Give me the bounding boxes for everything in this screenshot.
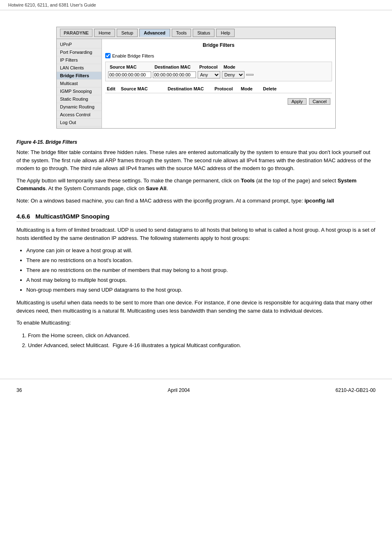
nav-advanced[interactable]: Advanced: [139, 29, 170, 37]
list-item: Anyone can join or leave a host group at…: [26, 246, 376, 255]
page-header: Hotwire 6210, 6211, and 6381 User's Guid…: [0, 0, 392, 10]
filter-table-header: Edit Source MAC Destination MAC Protocol…: [105, 85, 332, 93]
sidebar-item-port-forwarding[interactable]: Port Forwarding: [57, 48, 101, 56]
sidebar-item-lan-clients[interactable]: LAN Clients: [57, 64, 101, 72]
section-heading: 4.6.6 Multicast/IGMP Snooping: [16, 213, 376, 222]
router-ui: PARADYNE Home Setup Advanced Tools Statu…: [56, 27, 336, 129]
protocol-select[interactable]: Any: [198, 71, 220, 78]
nav-setup[interactable]: Setup: [117, 29, 138, 37]
list-item: Under Advanced, select Muliticast. Figur…: [28, 341, 376, 350]
enable-bridge-filters-row: Enable Bridge Filters: [105, 53, 332, 58]
sidebar-item-ip-filters[interactable]: IP Filters: [57, 56, 101, 64]
enable-bridge-filters-checkbox[interactable]: [105, 53, 111, 58]
breadcrumb: Hotwire 6210, 6211, and 6381 User's Guid…: [8, 2, 96, 7]
router-ui-wrapper: PARADYNE Home Setup Advanced Tools Statu…: [16, 23, 376, 133]
body-paragraph-1: Note: The bridge filter table contains t…: [16, 148, 376, 173]
nav-help[interactable]: Help: [216, 29, 235, 37]
numbered-list: From the Home screen, click on Advanced.…: [28, 331, 376, 350]
sidebar-item-igmp-snooping[interactable]: IGMP Snooping: [57, 88, 101, 95]
sidebar: UPnP Port Forwarding IP Filters LAN Clie…: [57, 39, 102, 128]
add-form-headers: Source MAC Destination MAC Protocol Mode: [108, 64, 329, 69]
th-dest-mac: Destination MAC: [168, 86, 213, 91]
apply-button[interactable]: Apply: [288, 98, 307, 105]
section-title: Multicast/IGMP Snooping: [35, 213, 110, 220]
add-form: Source MAC Destination MAC Protocol Mode…: [105, 62, 332, 81]
sidebar-item-access-control[interactable]: Access Control: [57, 111, 101, 119]
nav-bar: PARADYNE Home Setup Advanced Tools Statu…: [57, 27, 335, 39]
list-item: There are no restrictions on a host's lo…: [26, 256, 376, 265]
list-item: A host may belong to multiple host group…: [26, 276, 376, 285]
footer-doc-id: 6210-A2-GB21-00: [336, 387, 376, 393]
header-mode: Mode: [224, 64, 248, 69]
body-paragraph-3: Note: On a windows based machine, you ca…: [16, 197, 376, 205]
section-number: 4.6.6: [16, 213, 30, 220]
source-mac-input[interactable]: [108, 71, 151, 78]
list-item: There are no restrictions on the number …: [26, 266, 376, 275]
cancel-button[interactable]: Cancel: [309, 98, 330, 105]
th-protocol: Protocol: [214, 86, 239, 91]
nav-tools[interactable]: Tools: [172, 29, 191, 37]
th-mode: Mode: [241, 86, 261, 91]
sidebar-item-log-out[interactable]: Log Out: [57, 119, 101, 127]
dest-mac-input[interactable]: [153, 71, 196, 78]
list-item: From the Home screen, click on Advanced.: [28, 331, 376, 340]
add-button[interactable]: [246, 74, 254, 76]
action-row: Apply Cancel: [105, 97, 332, 106]
header-dest-mac: Destination MAC: [154, 64, 198, 69]
figure-caption: Figure 4-15. Bridge Filters: [16, 139, 376, 145]
nav-home[interactable]: Home: [94, 29, 115, 37]
bullet-list: Anyone can join or leave a host group at…: [26, 246, 376, 295]
mode-select[interactable]: Deny Allow: [222, 71, 244, 78]
footer-page-num: 36: [16, 387, 22, 393]
nav-logo: PARADYNE: [60, 29, 92, 37]
header-protocol: Protocol: [199, 64, 222, 69]
sidebar-item-dynamic-routing[interactable]: Dynamic Routing: [57, 103, 101, 111]
nav-status[interactable]: Status: [193, 29, 214, 37]
sidebar-item-upnp[interactable]: UPnP: [57, 41, 101, 48]
body-paragraph-2: The Apply button will temporarily save t…: [16, 177, 376, 193]
add-form-row: Any Deny Allow: [108, 71, 329, 78]
footer-date: April 2004: [168, 387, 190, 393]
router-body: UPnP Port Forwarding IP Filters LAN Clie…: [57, 39, 335, 128]
section-paragraph-1: Multicasting is a form of limited broadc…: [16, 226, 376, 242]
th-edit: Edit: [107, 86, 119, 91]
th-delete: Delete: [263, 86, 284, 91]
header-source-mac: Source MAC: [110, 64, 153, 69]
main-content: PARADYNE Home Setup Advanced Tools Statu…: [0, 10, 392, 362]
list-item: Non-group members may send UDP datagrams…: [26, 286, 376, 295]
page-footer: 36 April 2004 6210-A2-GB21-00: [0, 379, 392, 397]
section-paragraph-3: To enable Multicasting:: [16, 319, 376, 327]
section-paragraph-2: Multicasting is useful when data needs t…: [16, 299, 376, 315]
sidebar-item-bridge-filters[interactable]: Bridge Filters: [57, 72, 101, 80]
sidebar-item-static-routing[interactable]: Static Routing: [57, 95, 101, 103]
enable-bridge-filters-label: Enable Bridge Filters: [112, 53, 154, 58]
th-source-mac: Source MAC: [121, 86, 166, 91]
main-panel: Bridge Filters Enable Bridge Filters Sou…: [102, 39, 335, 128]
sidebar-item-multicast[interactable]: Multicast: [57, 80, 101, 88]
panel-title: Bridge Filters: [105, 42, 332, 50]
